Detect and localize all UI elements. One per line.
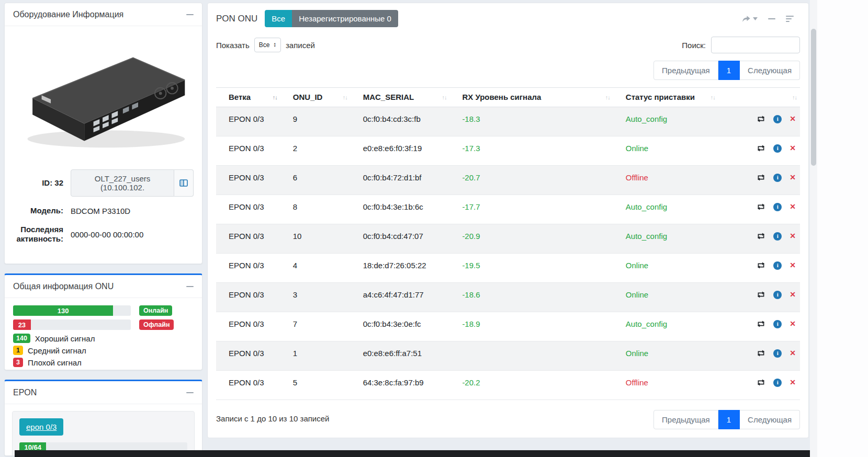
- delete-icon[interactable]: ✕: [790, 202, 796, 212]
- info-icon[interactable]: i: [773, 261, 782, 270]
- column-header-actions[interactable]: ↑↓: [718, 88, 800, 107]
- column-header-4[interactable]: RX Уровень сигнала↑↓: [449, 88, 613, 107]
- rx-signal-cell: -20.2: [449, 371, 613, 400]
- filter-unregistered-button[interactable]: Незарегистрированные 0: [292, 10, 398, 27]
- filter-all-button[interactable]: Все: [265, 10, 292, 27]
- rx-signal-cell: -20.9: [449, 224, 613, 254]
- column-header-2[interactable]: ONU_ID↑↓: [280, 88, 351, 107]
- panel-header-icons: [741, 15, 800, 22]
- signal-legend: 140Хороший сигнал1Средний сигнал3Плохой …: [13, 334, 194, 367]
- onu-table-row: EPON 0/380c:f0:b4:3e:1b:6c-17.7Auto_conf…: [216, 195, 800, 224]
- onu-id-cell: 6: [280, 166, 351, 195]
- column-header-label: Статус приставки: [626, 93, 695, 101]
- resync-button[interactable]: [757, 115, 765, 123]
- page-number-button[interactable]: 1: [718, 410, 740, 429]
- onu-summary-header: Общая информация ONU: [5, 275, 202, 298]
- model-value: BDCOM P3310D: [71, 207, 130, 215]
- onu-table-row: EPON 0/390c:f0:b4:cd:3c:fb-18.3Auto_conf…: [216, 107, 800, 136]
- sort-icon[interactable]: ↑↓: [711, 94, 715, 100]
- epon-port-link[interactable]: epon 0/3: [19, 418, 63, 436]
- resync-button[interactable]: [757, 232, 765, 240]
- scrollbar-track[interactable]: [810, 0, 817, 457]
- mac-serial-cell: a4:c6:4f:47:d1:77: [351, 283, 450, 312]
- info-icon[interactable]: i: [773, 203, 782, 211]
- info-icon[interactable]: i: [773, 320, 782, 328]
- next-page-button[interactable]: Следующая: [740, 410, 800, 429]
- resync-icon: [757, 261, 765, 269]
- onu-id-cell: 10: [280, 224, 351, 254]
- status-cell: Online: [613, 254, 718, 283]
- resync-button[interactable]: [757, 320, 765, 328]
- delete-icon[interactable]: ✕: [790, 319, 796, 329]
- column-header-label: MAC_SERIAL: [363, 93, 414, 101]
- scrollbar-thumb[interactable]: [811, 29, 816, 166]
- page-length-select[interactable]: Все ▲▼: [254, 38, 281, 52]
- row-actions-cell: i✕: [718, 195, 800, 224]
- onu-table-row: EPON 0/3564:3e:8c:fa:97:b9-20.2Offlinei✕: [216, 371, 800, 400]
- share-button[interactable]: [741, 15, 758, 22]
- resync-button[interactable]: [757, 379, 765, 386]
- caret-down-icon: [753, 17, 758, 20]
- resync-button[interactable]: [757, 174, 765, 181]
- sort-icon[interactable]: ↑↓: [273, 94, 277, 100]
- delete-icon[interactable]: ✕: [790, 143, 796, 153]
- pagination-top: Предыдущая 1 Следующая: [216, 54, 800, 87]
- device-select[interactable]: OLT_227_users (10.100.102.: [71, 169, 174, 197]
- sort-icon[interactable]: ↑↓: [343, 94, 347, 100]
- delete-icon[interactable]: ✕: [790, 231, 796, 241]
- info-icon[interactable]: i: [773, 379, 782, 387]
- delete-icon[interactable]: ✕: [790, 348, 796, 358]
- sort-icon[interactable]: ↑↓: [605, 94, 610, 100]
- device-model-row: Модель: BDCOM P3310D: [13, 206, 194, 215]
- panel-title: PON ONU: [216, 14, 257, 24]
- info-icon[interactable]: i: [773, 349, 782, 358]
- page-number-button[interactable]: 1: [718, 61, 740, 80]
- info-icon[interactable]: i: [773, 232, 782, 241]
- equipment-collapse-button[interactable]: [186, 14, 194, 15]
- onu-id-cell: 5: [280, 371, 351, 400]
- epon-port-box: epon 0/3 10/64 82: [12, 411, 195, 456]
- device-table-button[interactable]: [174, 169, 194, 197]
- delete-icon[interactable]: ✕: [790, 378, 796, 387]
- column-header-3[interactable]: MAC_SERIAL↑↓: [351, 88, 450, 107]
- search-input[interactable]: [711, 37, 800, 53]
- row-actions-cell: i✕: [718, 136, 800, 166]
- panel-collapse-button[interactable]: [768, 18, 775, 19]
- resync-button[interactable]: [757, 349, 765, 357]
- row-actions-cell: i✕: [718, 107, 800, 136]
- delete-icon[interactable]: ✕: [790, 173, 796, 182]
- info-icon[interactable]: i: [773, 115, 782, 123]
- resync-button[interactable]: [757, 261, 765, 269]
- resync-button[interactable]: [757, 291, 765, 299]
- delete-icon[interactable]: ✕: [790, 290, 796, 300]
- branch-cell: EPON 0/3: [216, 371, 280, 400]
- resync-button[interactable]: [757, 203, 765, 211]
- resync-button[interactable]: [757, 144, 765, 152]
- onu-table-row: EPON 0/3100c:f0:b4:cd:47:07-20.9Auto_con…: [216, 224, 800, 254]
- prev-page-button[interactable]: Предыдущая: [653, 410, 718, 429]
- sort-icon[interactable]: ↑↓: [792, 94, 797, 100]
- onu-summary-collapse-button[interactable]: [186, 286, 194, 287]
- info-icon[interactable]: i: [773, 291, 782, 299]
- info-icon[interactable]: i: [773, 144, 782, 153]
- table-footer: Записи с 1 до 10 из 10 записей Предыдуща…: [216, 410, 800, 438]
- last-activity-value: 0000-00-00 00:00:00: [71, 230, 143, 239]
- branch-cell: EPON 0/3: [216, 254, 280, 283]
- signal-legend-item: 1Средний сигнал: [13, 346, 194, 355]
- panel-menu-button[interactable]: [786, 15, 795, 22]
- delete-icon[interactable]: ✕: [790, 260, 796, 270]
- column-header-5[interactable]: Статус приставки↑↓: [613, 88, 718, 107]
- status-cell: Online: [613, 341, 718, 371]
- mac-serial-cell: 64:3e:8c:fa:97:b9: [351, 371, 450, 400]
- sort-icon[interactable]: ↑↓: [442, 94, 446, 100]
- offline-badge: Офлайн: [139, 319, 174, 330]
- select-arrows-icon: ▲▼: [273, 42, 276, 48]
- epon-collapse-button[interactable]: [186, 392, 194, 393]
- next-page-button[interactable]: Следующая: [740, 61, 800, 80]
- column-header-1[interactable]: Ветка↑↓: [216, 88, 280, 107]
- prev-page-button[interactable]: Предыдущая: [653, 61, 718, 80]
- menu-icon: [786, 15, 795, 22]
- delete-icon[interactable]: ✕: [790, 114, 796, 124]
- info-icon[interactable]: i: [773, 174, 782, 182]
- records-label: записей: [286, 41, 315, 50]
